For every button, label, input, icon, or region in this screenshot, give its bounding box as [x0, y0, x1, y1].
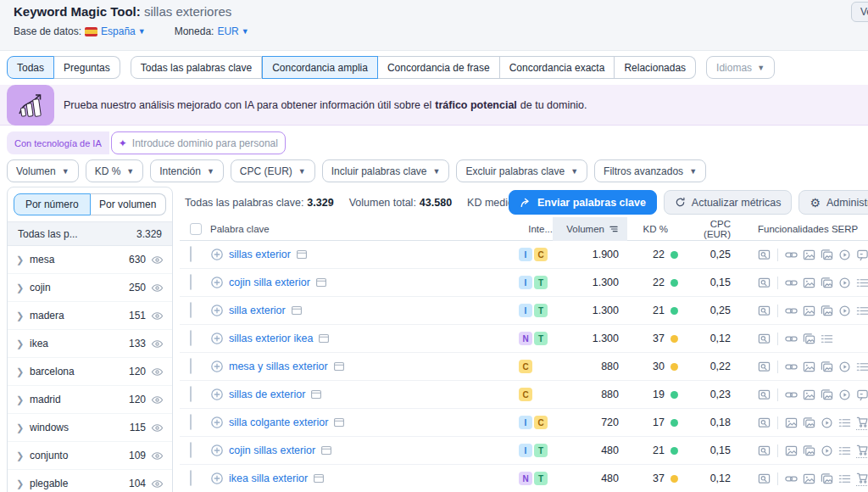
filter-excluir-palabras-clave[interactable]: Excluir palabras clave▼ — [456, 159, 587, 182]
chevron-right-icon[interactable]: ❯ — [16, 338, 30, 349]
chevron-right-icon[interactable]: ❯ — [16, 310, 30, 321]
add-keyword-icon[interactable] — [210, 276, 224, 289]
col-keyword[interactable]: Palabra clave — [210, 217, 519, 241]
keyword-link[interactable]: cojin silla exterior — [229, 277, 310, 288]
serp-preview-icon[interactable] — [758, 361, 771, 373]
manage-columns-button[interactable]: ⚙ Administrar columnas 7 — [798, 190, 868, 215]
serp-preview-icon[interactable] — [758, 333, 771, 345]
eye-icon[interactable] — [151, 282, 164, 294]
sidebar-group-madera[interactable]: ❯ madera 151 — [8, 302, 172, 330]
eye-icon[interactable] — [151, 422, 164, 434]
add-keyword-icon[interactable] — [210, 416, 224, 429]
sidebar-group-ikea[interactable]: ❯ ikea 133 — [8, 330, 172, 358]
update-metrics-button[interactable]: Actualizar métricas — [664, 190, 793, 215]
serp-preview-icon[interactable] — [758, 417, 771, 429]
keyword-link[interactable]: cojin sillas exterior — [229, 444, 315, 456]
tab-relacionadas[interactable]: Relacionadas — [615, 56, 696, 79]
serp-preview-icon[interactable] — [758, 389, 771, 401]
tab-todas-las-palabras-clave[interactable]: Todas las palabras clave — [131, 56, 262, 79]
serp-card-icon[interactable] — [310, 389, 322, 400]
chevron-right-icon[interactable]: ❯ — [16, 394, 30, 405]
filter-volumen[interactable]: Volumen▼ — [7, 159, 79, 182]
eye-icon[interactable] — [151, 310, 164, 322]
filter-kd-[interactable]: KD %▼ — [86, 159, 144, 182]
keyword-link[interactable]: silla colgante exterior — [229, 417, 328, 428]
chevron-right-icon[interactable]: ❯ — [16, 366, 30, 377]
chevron-right-icon[interactable]: ❯ — [16, 478, 30, 489]
row-checkbox[interactable] — [190, 246, 192, 262]
row-checkbox[interactable] — [190, 386, 192, 402]
tab-concordancia-amplia[interactable]: Concordancia amplia — [262, 56, 378, 79]
col-kd[interactable]: KD % — [627, 217, 682, 241]
filter-intenci-n[interactable]: Intención▼ — [150, 159, 224, 182]
chevron-right-icon[interactable]: ❯ — [16, 282, 30, 294]
add-keyword-icon[interactable] — [210, 444, 224, 457]
filter-incluir-palabras-clave[interactable]: Incluir palabras clave▼ — [322, 159, 450, 182]
send-keywords-button[interactable]: Enviar palabras clave — [509, 190, 657, 215]
add-keyword-icon[interactable] — [210, 472, 224, 485]
sidebar-group-conjunto[interactable]: ❯ conjunto 109 — [8, 442, 172, 470]
row-checkbox[interactable] — [190, 470, 192, 486]
add-keyword-icon[interactable] — [210, 332, 224, 345]
col-serp[interactable]: Funcionalidades SERP — [739, 217, 868, 241]
filter-filtros-avanzados[interactable]: Filtros avanzados▼ — [594, 159, 706, 182]
serp-preview-icon[interactable] — [758, 277, 771, 289]
keyword-link[interactable]: silla exterior — [229, 305, 286, 316]
tab-concordancia-exacta[interactable]: Concordancia exacta — [500, 56, 615, 79]
eye-icon[interactable] — [151, 366, 164, 378]
serp-card-icon[interactable] — [333, 417, 345, 428]
chevron-right-icon[interactable]: ❯ — [16, 422, 30, 433]
row-checkbox[interactable] — [190, 302, 192, 318]
row-checkbox[interactable] — [190, 358, 192, 374]
add-keyword-icon[interactable] — [210, 304, 224, 317]
tab-todas[interactable]: Todas — [7, 56, 54, 79]
row-checkbox[interactable] — [190, 414, 192, 430]
keyword-link[interactable]: sillas exterior ikea — [229, 333, 313, 344]
add-keyword-icon[interactable] — [210, 248, 224, 261]
top-right-partial-button[interactable]: Ve — [851, 2, 868, 22]
keyword-link[interactable]: sillas exterior — [229, 249, 291, 260]
serp-card-icon[interactable] — [318, 333, 330, 344]
row-checkbox[interactable] — [190, 274, 192, 290]
sidebar-group-mesa[interactable]: ❯ mesa 630 — [8, 246, 172, 274]
eye-icon[interactable] — [151, 394, 164, 406]
tab-concordancia-de-frase[interactable]: Concordancia de frase — [378, 56, 500, 79]
row-checkbox[interactable] — [190, 442, 192, 458]
eye-icon[interactable] — [151, 478, 164, 490]
sidebar-header[interactable]: Todas las p... 3.329 — [8, 221, 172, 246]
serp-card-icon[interactable] — [333, 361, 345, 372]
add-keyword-icon[interactable] — [210, 360, 224, 373]
serp-card-icon[interactable] — [291, 305, 303, 316]
tab-preguntas[interactable]: Preguntas — [54, 56, 120, 79]
domain-input[interactable] — [132, 137, 278, 149]
keyword-link[interactable]: ikea silla exterior — [229, 472, 308, 484]
col-cpc[interactable]: CPC (EUR) — [682, 217, 739, 241]
sidebar-group-madrid[interactable]: ❯ madrid 120 — [8, 386, 172, 414]
currency-selector[interactable]: EUR▼ — [217, 25, 248, 37]
toggle-por-volumen[interactable]: Por volumen — [91, 193, 167, 215]
chevron-right-icon[interactable]: ❯ — [16, 450, 30, 461]
eye-icon[interactable] — [151, 450, 164, 462]
add-keyword-icon[interactable] — [210, 388, 224, 401]
serp-card-icon[interactable] — [313, 472, 325, 484]
keyword-link[interactable]: mesa y sillas exterior — [229, 361, 328, 372]
sidebar-group-windows[interactable]: ❯ windows 115 — [8, 414, 172, 442]
serp-card-icon[interactable] — [315, 277, 327, 288]
eye-icon[interactable] — [151, 254, 164, 266]
col-intent[interactable]: Inte... — [519, 217, 553, 241]
serp-card-icon[interactable] — [296, 249, 308, 260]
toggle-por-número[interactable]: Por número — [14, 193, 91, 215]
serp-card-icon[interactable] — [320, 444, 332, 456]
languages-dropdown[interactable]: Idiomas▼ — [706, 56, 775, 79]
chevron-right-icon[interactable]: ❯ — [16, 254, 30, 266]
col-volume[interactable]: Volumen — [553, 217, 627, 241]
serp-preview-icon[interactable] — [758, 444, 771, 457]
serp-preview-icon[interactable] — [758, 472, 771, 485]
row-checkbox[interactable] — [190, 330, 192, 346]
serp-preview-icon[interactable] — [758, 305, 771, 317]
sidebar-group-cojin[interactable]: ❯ cojin 250 — [8, 274, 172, 302]
select-all-checkbox[interactable] — [190, 223, 202, 235]
keyword-link[interactable]: sillas de exterior — [229, 389, 305, 400]
serp-preview-icon[interactable] — [758, 249, 771, 261]
eye-icon[interactable] — [151, 338, 164, 350]
